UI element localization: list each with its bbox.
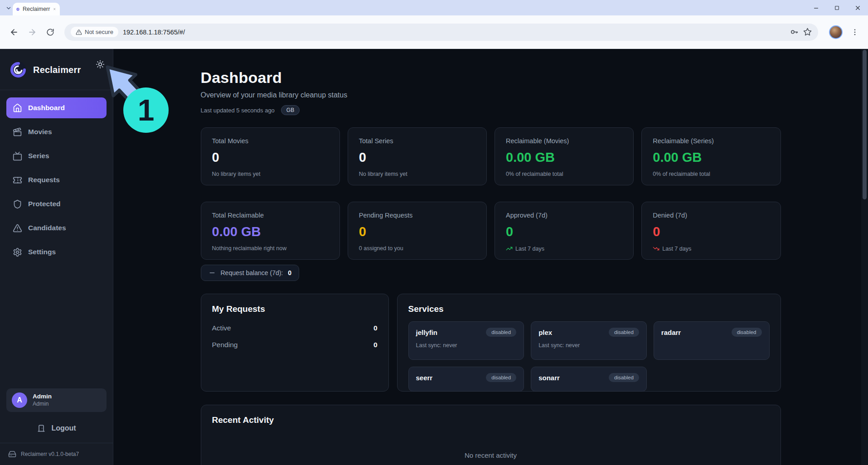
stat-card: Approved (7d)0Last 7 days	[495, 202, 634, 260]
service-status-badge: disabled	[486, 373, 516, 382]
stat-label: Reclaimable (Series)	[653, 137, 769, 145]
address-bar[interactable]: Not secure 192.168.1.18:7565/#/	[64, 24, 818, 41]
bookmark-star-icon[interactable]	[803, 28, 812, 36]
door-logout-icon	[37, 424, 46, 433]
page-subtitle: Overview of your media library cleanup s…	[201, 91, 781, 99]
sidebar-item-protected[interactable]: Protected	[6, 194, 107, 214]
url-text: 192.168.1.18:7565/#/	[123, 29, 786, 36]
my-requests-row: Active0	[212, 324, 378, 332]
sidebar-item-label: Candidates	[28, 224, 66, 232]
last-updated-text: Last updated 5 seconds ago	[201, 107, 275, 114]
unit-badge[interactable]: GB	[281, 105, 300, 115]
password-key-icon[interactable]	[790, 28, 799, 36]
alert-triangle-icon	[13, 223, 22, 233]
tab-title: Reclaimerr	[23, 6, 50, 12]
my-requests-title: My Requests	[212, 304, 378, 314]
stat-caption-text: 0% of reclaimable total	[653, 171, 710, 177]
my-requests-row: Pending0	[212, 341, 378, 349]
browser-tab[interactable]: Reclaimerr	[13, 3, 60, 15]
service-status-badge: disabled	[486, 328, 516, 337]
service-tile-radarr: radarrdisabled	[654, 321, 770, 360]
services-panel: Services jellyfindisabledLast sync: neve…	[397, 294, 781, 392]
tab-close-icon[interactable]	[53, 6, 56, 12]
service-status-badge: disabled	[732, 328, 762, 337]
user-role: Admin	[33, 401, 52, 408]
reload-button[interactable]	[43, 24, 58, 40]
page-scrollbar[interactable]	[861, 49, 868, 465]
sidebar-item-dashboard[interactable]: Dashboard	[6, 97, 107, 118]
stat-label: Total Series	[359, 137, 475, 145]
trending-up-icon	[506, 245, 513, 252]
browser-toolbar: Not secure 192.168.1.18:7565/#/	[0, 15, 868, 49]
stat-label: Total Reclaimable	[212, 212, 329, 219]
app-frame: Reclaimerr DashboardMoviesSeriesRequests…	[0, 49, 868, 465]
request-balance-label: Request balance (7d):	[221, 269, 283, 276]
maximize-icon	[834, 5, 840, 11]
stat-label: Reclaimable (Movies)	[506, 137, 622, 145]
sidebar-item-label: Protected	[28, 200, 61, 208]
request-row-value: 0	[373, 341, 378, 349]
browser-menu-button[interactable]	[848, 24, 862, 40]
trending-down-icon	[653, 245, 659, 252]
dash-icon	[209, 269, 216, 276]
service-sync-text: Last sync: never	[538, 342, 639, 349]
three-dots-icon	[851, 28, 859, 36]
forward-button[interactable]	[24, 24, 40, 40]
security-label: Not secure	[85, 29, 113, 35]
sidebar-item-requests[interactable]: Requests	[6, 170, 107, 190]
sidebar-item-label: Movies	[28, 128, 52, 136]
back-button[interactable]	[6, 24, 22, 40]
theme-toggle-button[interactable]	[96, 60, 105, 69]
sidebar-item-label: Dashboard	[28, 104, 65, 112]
window-controls	[805, 0, 868, 15]
stat-caption-text: No library items yet	[359, 171, 407, 177]
app-version: Reclaimerr v0.1.0-beta7	[21, 451, 79, 457]
stat-card: Total Series0No library items yet	[348, 127, 487, 185]
sidebar-item-series[interactable]: Series	[6, 145, 107, 166]
services-grid: jellyfindisabledLast sync: neverplexdisa…	[408, 321, 770, 392]
window-maximize-button[interactable]	[826, 0, 847, 15]
sidebar-item-label: Series	[28, 152, 49, 160]
stats-grid: Total Movies0No library items yetTotal S…	[201, 127, 781, 260]
clapperboard-icon	[13, 127, 22, 137]
service-tile-header: jellyfindisabled	[416, 328, 517, 337]
recent-activity-empty: No recent activity	[212, 451, 770, 459]
service-name: seerr	[416, 374, 433, 382]
request-row-value: 0	[373, 324, 378, 332]
sidebar-nav: DashboardMoviesSeriesRequestsProtectedCa…	[0, 90, 113, 262]
stat-caption: 0% of reclaimable total	[653, 171, 769, 177]
browser-profile-avatar[interactable]	[829, 25, 843, 39]
tab-search-button[interactable]	[4, 3, 14, 13]
service-tile-header: sonarrdisabled	[538, 373, 639, 382]
chevron-down-icon	[5, 5, 12, 11]
stat-value: 0	[359, 224, 475, 239]
sidebar-item-candidates[interactable]: Candidates	[6, 218, 107, 238]
stat-caption: 0 assigned to you	[359, 245, 475, 252]
stat-value: 0	[212, 150, 329, 165]
forward-arrow-icon	[28, 28, 37, 37]
reclaimerr-logo-icon	[9, 61, 27, 79]
service-tile-sonarr: sonarrdisabled	[531, 367, 647, 392]
home-icon	[13, 103, 22, 113]
stat-label: Denied (7d)	[653, 212, 769, 219]
service-tile-seerr: seerrdisabled	[408, 367, 524, 392]
logout-button[interactable]: Logout	[0, 419, 113, 443]
sidebar-item-settings[interactable]: Settings	[6, 242, 107, 262]
scrollbar-thumb[interactable]	[863, 50, 867, 199]
stat-caption: 0% of reclaimable total	[506, 171, 622, 177]
stat-caption-text: Nothing reclaimable right now	[212, 245, 287, 252]
security-chip[interactable]: Not secure	[71, 27, 118, 37]
main-content: Dashboard Overview of your media library…	[113, 49, 868, 465]
stat-caption: Last 7 days	[506, 245, 622, 252]
service-tile-header: plexdisabled	[538, 328, 639, 337]
stat-value: 0.00 GB	[653, 150, 769, 165]
stat-value: 0.00 GB	[212, 224, 329, 239]
window-minimize-button[interactable]	[805, 0, 826, 15]
stat-card: Pending Requests00 assigned to you	[348, 202, 487, 260]
service-status-badge: disabled	[609, 328, 639, 337]
sidebar-item-movies[interactable]: Movies	[6, 121, 107, 142]
user-card[interactable]: A Admin Admin	[6, 388, 107, 412]
window-close-button[interactable]	[847, 0, 868, 15]
page-title: Dashboard	[201, 69, 781, 87]
recent-activity-panel: Recent Activity No recent activity	[201, 405, 781, 465]
